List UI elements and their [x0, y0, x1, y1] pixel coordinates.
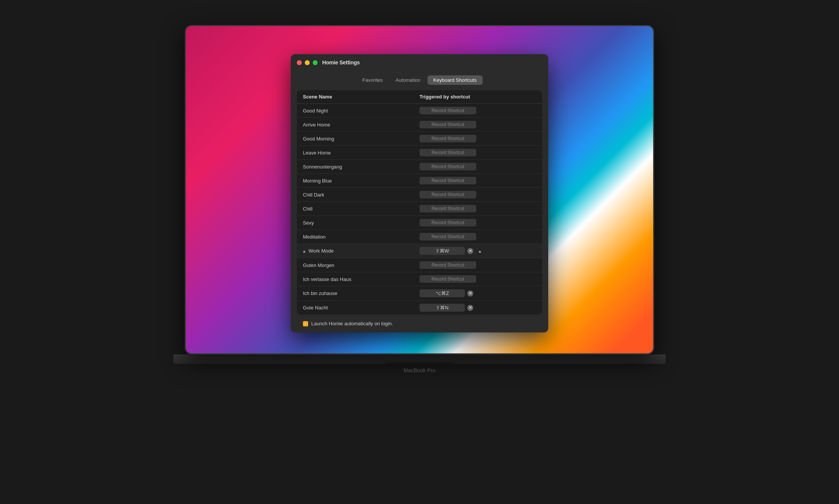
- auto-launch-label: Launch Homie automatically on login.: [311, 321, 393, 326]
- laptop-outer: Homie Settings Favorites Automation Keyb…: [158, 25, 681, 479]
- record-shortcut-button[interactable]: Record Shortcut: [420, 177, 476, 184]
- shortcut-with-clear: ⌥⌘Z ✕: [420, 289, 473, 297]
- shortcut-display[interactable]: ⇧⌘W: [420, 247, 465, 255]
- macbook-label: MacBook Pro: [404, 367, 435, 373]
- header-scene-name: Scene Name: [303, 94, 420, 100]
- shortcuts-table: Scene Name Triggered by shortcut Good Ni…: [297, 90, 542, 315]
- shortcut-cell: Record Shortcut: [420, 191, 536, 198]
- scene-name: Sexy: [303, 220, 420, 226]
- shortcut-cell: Record Shortcut: [420, 107, 536, 114]
- scene-name: Good Night: [303, 108, 420, 114]
- shortcut-with-clear: ⇧⌘N ✕: [420, 304, 473, 312]
- footer: ✓ Launch Homie automatically on login.: [297, 315, 542, 326]
- spark-left-icon: ⁎: [303, 248, 306, 254]
- record-shortcut-button[interactable]: Record Shortcut: [420, 261, 476, 269]
- trackpad-notch: [385, 362, 454, 364]
- shortcut-cell: Record Shortcut: [420, 275, 536, 283]
- table-row: Sonnenuntergang Record Shortcut: [297, 160, 542, 174]
- shortcut-display[interactable]: ⇧⌘N: [420, 304, 465, 312]
- laptop-bottom: [173, 354, 666, 364]
- shortcut-cell: Record Shortcut: [420, 135, 536, 142]
- shortcut-cell: Record Shortcut: [420, 205, 536, 212]
- table-row: Ich bin zuhause ⌥⌘Z ✕: [297, 286, 542, 301]
- table-row: Good Night Record Shortcut: [297, 104, 542, 118]
- scene-name: Chill: [303, 206, 420, 212]
- scene-name: Leave Home: [303, 150, 420, 156]
- record-shortcut-button[interactable]: Record Shortcut: [420, 163, 476, 170]
- window-title: Homie Settings: [322, 59, 360, 66]
- scene-name: Morning Blue: [303, 178, 420, 184]
- shortcut-cell: ⇧⌘N ✕: [420, 304, 536, 312]
- screen-bezel: Homie Settings Favorites Automation Keyb…: [185, 25, 654, 354]
- record-shortcut-button[interactable]: Record Shortcut: [420, 205, 476, 212]
- table-row: Good Morning Record Shortcut: [297, 132, 542, 146]
- scene-name: ⁎ Work Mode: [303, 248, 420, 254]
- header-triggered-by: Triggered by shortcut: [420, 94, 536, 100]
- shortcut-cell: ⌥⌘Z ✕: [420, 289, 536, 297]
- tabs-bar: Favorites Automation Keyboard Shortcuts: [291, 71, 548, 90]
- tab-automation[interactable]: Automation: [390, 75, 427, 85]
- table-row: Chill Record Shortcut: [297, 202, 542, 216]
- table-row: Ich verlasse das Haus Record Shortcut: [297, 272, 542, 286]
- screen-content: Homie Settings Favorites Automation Keyb…: [186, 26, 653, 353]
- shortcut-cell: Record Shortcut: [420, 233, 536, 240]
- table-row: Guten Morgen Record Shortcut: [297, 258, 542, 272]
- record-shortcut-button[interactable]: Record Shortcut: [420, 135, 476, 142]
- shortcut-cell: Record Shortcut: [420, 219, 536, 226]
- scene-name: Good Morning: [303, 136, 420, 142]
- tab-keyboard-shortcuts[interactable]: Keyboard Shortcuts: [427, 75, 483, 85]
- table-header: Scene Name Triggered by shortcut: [297, 90, 542, 104]
- scene-name: Chill Dark: [303, 192, 420, 198]
- titlebar: Homie Settings: [291, 54, 548, 71]
- record-shortcut-button[interactable]: Record Shortcut: [420, 233, 476, 240]
- clear-shortcut-button[interactable]: ✕: [467, 248, 473, 254]
- record-shortcut-button[interactable]: Record Shortcut: [420, 191, 476, 198]
- shortcut-cell: ⇧⌘W ✕ ⁎: [420, 247, 536, 255]
- scene-name: Gute Nacht: [303, 305, 420, 311]
- table-row: Chill Dark Record Shortcut: [297, 188, 542, 202]
- record-shortcut-button[interactable]: Record Shortcut: [420, 121, 476, 128]
- shortcut-display[interactable]: ⌥⌘Z: [420, 289, 465, 297]
- scene-name: Ich verlasse das Haus: [303, 276, 420, 282]
- record-shortcut-button[interactable]: Record Shortcut: [420, 149, 476, 156]
- checkmark-icon: ✓: [304, 321, 307, 326]
- close-button[interactable]: [297, 60, 302, 65]
- maximize-button[interactable]: [313, 60, 318, 65]
- shortcut-cell: Record Shortcut: [420, 163, 536, 170]
- table-row: Gute Nacht ⇧⌘N ✕: [297, 301, 542, 315]
- table-row: Morning Blue Record Shortcut: [297, 174, 542, 188]
- clear-shortcut-button[interactable]: ✕: [467, 290, 473, 296]
- traffic-lights: [297, 60, 318, 65]
- content-area: Scene Name Triggered by shortcut Good Ni…: [291, 90, 548, 332]
- table-row: Leave Home Record Shortcut: [297, 146, 542, 160]
- table-row: Arrive Home Record Shortcut: [297, 118, 542, 132]
- record-shortcut-button[interactable]: Record Shortcut: [420, 219, 476, 226]
- app-window: Homie Settings Favorites Automation Keyb…: [291, 54, 548, 332]
- table-row: Sexy Record Shortcut: [297, 216, 542, 230]
- shortcut-with-clear: ⇧⌘W ✕: [420, 247, 473, 255]
- table-row: Meditation Record Shortcut: [297, 230, 542, 244]
- scene-name: Ich bin zuhause: [303, 290, 420, 296]
- table-row: ⁎ Work Mode ⇧⌘W ✕ ⁎: [297, 244, 542, 258]
- spark-right-icon: ⁎: [479, 248, 481, 254]
- scene-name: Sonnenuntergang: [303, 164, 420, 170]
- shortcut-cell: Record Shortcut: [420, 261, 536, 269]
- scene-name: Guten Morgen: [303, 262, 420, 268]
- auto-launch-checkbox[interactable]: ✓: [303, 321, 308, 326]
- record-shortcut-button[interactable]: Record Shortcut: [420, 275, 476, 283]
- tab-favorites[interactable]: Favorites: [356, 75, 388, 85]
- scene-name: Meditation: [303, 234, 420, 240]
- minimize-button[interactable]: [305, 60, 310, 65]
- clear-shortcut-button[interactable]: ✕: [467, 305, 473, 311]
- scene-name: Arrive Home: [303, 122, 420, 128]
- shortcut-cell: Record Shortcut: [420, 121, 536, 128]
- shortcut-cell: Record Shortcut: [420, 177, 536, 184]
- record-shortcut-button[interactable]: Record Shortcut: [420, 107, 476, 114]
- shortcut-cell: Record Shortcut: [420, 149, 536, 156]
